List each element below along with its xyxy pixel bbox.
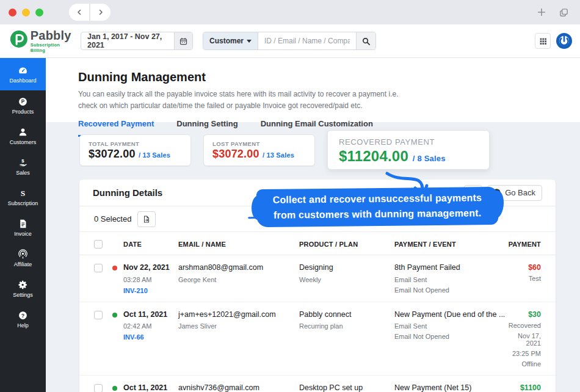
table-row[interactable]: Nov 22, 2021 03:28 AM INV-210 arshman808… xyxy=(79,255,556,302)
sidebar-item-label: Subscription xyxy=(8,200,38,206)
search-button[interactable] xyxy=(356,32,375,49)
products-icon: P xyxy=(18,96,28,107)
sidebar-item-label: Dashboard xyxy=(9,78,36,84)
row-payment-line: Nov 17, 2021 xyxy=(507,332,541,347)
row-name: George Kent xyxy=(178,276,299,283)
app-window: Pabbly Subscription Billing Jan 1, 2017 … xyxy=(0,0,580,392)
page-title: Dunning Management xyxy=(78,70,580,84)
table-row[interactable]: Oct 11, 2021 02:45 AM INV-67 avnishv736@… xyxy=(79,376,556,392)
row-product: Designing xyxy=(299,263,394,273)
sidebar-item-invoice[interactable]: Invoice xyxy=(0,212,46,243)
stat-label: RECOVERED PAYMENT xyxy=(339,137,478,147)
row-checkbox[interactable] xyxy=(94,311,103,319)
row-date: Oct 11, 2021 xyxy=(123,383,178,392)
sidebar-item-sales[interactable]: $ Sales xyxy=(0,151,46,182)
row-product: Desktop PC set up xyxy=(299,383,394,392)
row-amount: $60 xyxy=(507,263,541,272)
table-row[interactable]: Oct 11, 2021 02:42 AM INV-66 j+am+es+120… xyxy=(79,302,556,376)
sidebar-item-label: Sales xyxy=(16,170,30,176)
sidebar-item-customers[interactable]: Customers xyxy=(0,121,46,151)
row-event-line: Email Sent xyxy=(394,322,507,330)
export-button[interactable] xyxy=(137,211,156,227)
search-filter-dropdown[interactable]: Customer xyxy=(203,32,258,49)
row-event: New Payment (Net 15) xyxy=(394,383,507,392)
date-range-value[interactable]: Jan 1, 2017 - Nov 27, 2021 xyxy=(81,32,174,49)
app-header: Pabbly Subscription Billing Jan 1, 2017 … xyxy=(0,24,580,58)
tab-overview-icon[interactable] xyxy=(559,7,569,18)
pabbly-logo[interactable]: Pabbly Subscription Billing xyxy=(10,29,76,53)
select-all-checkbox[interactable] xyxy=(94,240,103,249)
calendar-button[interactable] xyxy=(174,32,192,49)
sales-icon: $ xyxy=(18,158,28,168)
sidebar-nav: Dashboard P Products Customers $ Sales S… xyxy=(0,58,46,392)
row-time: 03:28 AM xyxy=(123,276,178,283)
status-dot xyxy=(112,266,117,270)
status-dot xyxy=(112,386,117,391)
apps-grid-button[interactable] xyxy=(535,33,551,49)
stat-label: TOTAL PAYMENT xyxy=(89,140,182,147)
calendar-icon xyxy=(179,37,188,46)
maximize-window-icon[interactable] xyxy=(35,9,43,16)
chevron-right-icon xyxy=(97,9,104,16)
row-payment-line: 23:25 PM xyxy=(507,350,541,357)
window-titlebar xyxy=(0,0,580,24)
dashboard-icon xyxy=(18,65,28,76)
stat-value: $3072.00 / 13 Sales xyxy=(212,148,306,161)
sidebar-item-settings[interactable]: Settings xyxy=(0,274,46,304)
sidebar-item-products[interactable]: P Products xyxy=(0,90,46,121)
minimize-window-icon[interactable] xyxy=(22,9,30,16)
stat-sales: / 13 Sales xyxy=(139,151,170,159)
recovered-payment-card: RECOVERED PAYMENT $11204.00 / 8 Sales xyxy=(327,130,490,170)
customers-icon xyxy=(18,127,28,137)
logout-power-icon[interactable] xyxy=(556,32,573,49)
sidebar-item-label: Customers xyxy=(10,139,37,145)
svg-text:?: ? xyxy=(21,313,24,319)
stat-value: $11204.00 / 8 Sales xyxy=(339,148,478,165)
row-checkbox[interactable] xyxy=(94,264,103,272)
sidebar-item-label: Invoice xyxy=(14,231,32,237)
sidebar-item-help[interactable]: ? Help xyxy=(0,304,46,335)
row-event-line: Email Sent xyxy=(394,276,507,283)
chevron-left-icon xyxy=(76,9,83,16)
invoice-icon xyxy=(18,219,28,229)
close-window-icon[interactable] xyxy=(9,9,16,16)
new-tab-icon[interactable] xyxy=(537,7,546,17)
row-event-line: Email Not Opened xyxy=(394,333,507,340)
search-icon xyxy=(361,37,371,46)
stat-sales: / 8 Sales xyxy=(413,154,446,163)
search-input[interactable] xyxy=(258,32,356,49)
sidebar-item-subscription[interactable]: S Subscription xyxy=(0,182,46,212)
svg-text:P: P xyxy=(21,99,25,104)
row-amount: $30 xyxy=(507,310,541,319)
row-checkbox[interactable] xyxy=(94,384,103,392)
row-payment-line: Recovered xyxy=(507,322,541,329)
back-button[interactable] xyxy=(69,4,89,21)
panel-title: Dunning Details xyxy=(93,187,162,198)
export-icon xyxy=(142,215,151,223)
row-product: Pabbly connect xyxy=(299,310,394,320)
sidebar-item-affiliate[interactable]: Affiliate xyxy=(0,243,46,274)
col-date: DATE xyxy=(123,241,178,248)
go-back-label: Go Back xyxy=(505,188,535,197)
search-group: Customer xyxy=(203,32,376,50)
date-range-picker[interactable]: Jan 1, 2017 - Nov 27, 2021 xyxy=(81,32,193,50)
row-event: 8th Payment Failed xyxy=(394,263,507,273)
row-plan: Recurring plan xyxy=(299,322,394,330)
row-date: Nov 22, 2021 xyxy=(123,263,178,273)
stat-cards: TOTAL PAYMENT $3072.00 / 13 Sales LOST P… xyxy=(79,134,580,170)
invoice-link[interactable]: INV-210 xyxy=(123,287,178,294)
forward-button[interactable] xyxy=(90,4,111,21)
page-description: You can easily track all the payable inv… xyxy=(78,89,411,111)
sidebar-item-dashboard[interactable]: Dashboard xyxy=(0,58,46,90)
row-email: j+am+es+12021@gmail.com xyxy=(178,310,299,320)
svg-text:$: $ xyxy=(21,158,24,164)
invoice-link[interactable]: INV-66 xyxy=(123,333,178,341)
callout-text-line1: Collect and recover unsuccessful payment… xyxy=(272,191,482,208)
row-amount: $1100 xyxy=(507,383,541,392)
col-product-plan: PRODUCT / PLAN xyxy=(299,241,394,248)
col-payment-event: PAYMENT / EVENT xyxy=(394,241,507,248)
page-header: Dunning Management You can easily track … xyxy=(46,58,580,122)
svg-text:S: S xyxy=(21,189,25,198)
brand-name: Pabbly xyxy=(31,29,76,42)
row-payment-line: Test xyxy=(507,275,541,282)
